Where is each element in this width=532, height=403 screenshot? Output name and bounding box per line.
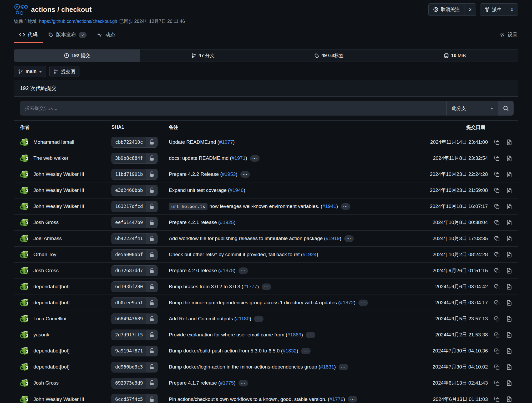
pr-link[interactable]: #1924: [303, 252, 317, 257]
commit-sha-badge[interactable]: 3b9b8c884f: [112, 153, 158, 164]
search-button[interactable]: [498, 101, 514, 116]
repo-link[interactable]: checkout: [61, 6, 92, 13]
avatar[interactable]: [20, 266, 30, 276]
branch-filter-dropdown[interactable]: 此分支: [446, 101, 498, 116]
copy-sha-button[interactable]: [494, 267, 500, 274]
avatar[interactable]: [20, 314, 30, 324]
commit-author-name[interactable]: dependabot[bot]: [33, 364, 69, 370]
commit-message[interactable]: Add workflow file for publishing release…: [169, 236, 326, 241]
unwatch-button[interactable]: 取消关注 2: [428, 3, 476, 16]
pr-link[interactable]: #1180: [236, 316, 250, 322]
pr-link[interactable]: #1872: [340, 300, 354, 306]
copy-sha-button[interactable]: [494, 155, 500, 162]
expand-commit-button[interactable]: ···: [262, 283, 271, 290]
stat-size[interactable]: 10 MiB: [392, 49, 518, 62]
stat-tags[interactable]: 49 Git标签: [266, 49, 392, 62]
commit-author-name[interactable]: John Wesley Walker III: [33, 187, 84, 193]
commit-message[interactable]: Prepare 4.2.0 release (: [169, 268, 220, 273]
commit-message[interactable]: docs: update README.md (: [169, 155, 232, 161]
commit-sha-badge[interactable]: 6d193bf280: [112, 281, 158, 292]
pr-link[interactable]: #1831: [320, 364, 334, 370]
pr-link[interactable]: #1941: [322, 203, 336, 209]
stat-commits[interactable]: 192 提交: [14, 49, 140, 62]
commit-author-name[interactable]: Josh Gross: [33, 268, 59, 273]
avatar[interactable]: [20, 169, 30, 179]
expand-commit-button[interactable]: ···: [348, 396, 357, 402]
expand-commit-button[interactable]: ···: [301, 348, 311, 354]
copy-sha-button[interactable]: [494, 364, 500, 370]
tab-code[interactable]: 代码: [14, 28, 43, 43]
view-file-at-commit-button[interactable]: [506, 364, 513, 370]
expand-commit-button[interactable]: ···: [250, 155, 260, 162]
watch-count[interactable]: 2: [464, 4, 476, 16]
commit-sha-badge[interactable]: 9a9194f871: [112, 346, 158, 356]
fork-button[interactable]: 派生 0: [480, 3, 518, 16]
copy-sha-button[interactable]: [494, 332, 500, 338]
commit-sha-badge[interactable]: 163217dfcd: [112, 201, 158, 212]
view-file-at-commit-button[interactable]: [506, 203, 513, 210]
commit-sha-badge[interactable]: 2d7d9f7ff5: [112, 330, 158, 340]
avatar[interactable]: [20, 217, 30, 227]
copy-sha-button[interactable]: [494, 187, 500, 194]
copy-sha-button[interactable]: [494, 171, 500, 178]
commit-author-name[interactable]: dependabot[bot]: [33, 300, 69, 306]
expand-commit-button[interactable]: ···: [341, 203, 350, 210]
commit-author-name[interactable]: Joel Ambass: [33, 236, 62, 241]
commit-sha-badge[interactable]: cbb722410c: [112, 137, 158, 148]
copy-sha-button[interactable]: [494, 300, 500, 306]
avatar[interactable]: [20, 362, 30, 372]
commit-author-name[interactable]: Luca Comellini: [33, 316, 66, 322]
commit-message[interactable]: Bump docker/login-action in the minor-ac…: [169, 364, 320, 370]
view-file-at-commit-button[interactable]: [506, 316, 513, 322]
owner-link[interactable]: actions: [31, 6, 55, 13]
avatar[interactable]: [20, 394, 30, 403]
commit-sha-badge[interactable]: 6b42224f41: [112, 233, 158, 244]
view-file-at-commit-button[interactable]: [506, 380, 513, 386]
commit-author-name[interactable]: dependabot[bot]: [33, 348, 69, 354]
avatar[interactable]: [20, 153, 30, 163]
pr-link[interactable]: #1832: [283, 348, 297, 354]
commit-sha-badge[interactable]: de5a000abf: [112, 249, 158, 260]
pr-link[interactable]: #1777: [243, 284, 257, 290]
commit-message[interactable]: Prepare 4.2.1 release (: [169, 220, 220, 225]
commit-sha-badge[interactable]: e3d2460bbb: [112, 185, 158, 196]
expand-commit-button[interactable]: ···: [344, 235, 354, 242]
copy-sha-button[interactable]: [494, 203, 500, 210]
expand-commit-button[interactable]: ···: [240, 171, 250, 178]
commit-message[interactable]: Prepare 4.2.2 Release (: [169, 171, 222, 177]
commit-author-name[interactable]: Orhan Toy: [33, 252, 56, 257]
commit-message[interactable]: Bump braces from 3.0.2 to 3.0.3 (: [169, 284, 243, 290]
expand-commit-button[interactable]: ···: [358, 300, 368, 306]
avatar[interactable]: [20, 298, 30, 308]
view-file-at-commit-button[interactable]: [506, 139, 513, 146]
commit-author-name[interactable]: Josh Gross: [33, 380, 59, 386]
avatar[interactable]: [20, 201, 30, 211]
commit-author-name[interactable]: dependabot[bot]: [33, 284, 69, 290]
commit-author-name[interactable]: John Wesley Walker III: [33, 171, 84, 177]
avatar[interactable]: [20, 282, 30, 292]
fork-count[interactable]: 0: [506, 4, 518, 16]
view-file-at-commit-button[interactable]: [506, 267, 513, 274]
view-file-at-commit-button[interactable]: [506, 219, 513, 226]
stat-branches[interactable]: 47 分支: [140, 49, 266, 62]
commit-author-name[interactable]: Mohammad Ismail: [33, 139, 74, 145]
pr-link[interactable]: #1977: [219, 139, 233, 145]
copy-sha-button[interactable]: [494, 219, 500, 226]
commit-message[interactable]: Bump docker/build-push-action from 5.3.0…: [169, 348, 283, 354]
avatar[interactable]: [20, 346, 30, 356]
avatar[interactable]: [20, 233, 30, 243]
commit-author-name[interactable]: yasonk: [33, 332, 49, 338]
pr-link[interactable]: #1776: [330, 396, 343, 402]
tab-releases[interactable]: 版本发布 2: [43, 28, 92, 43]
copy-sha-button[interactable]: [494, 235, 500, 242]
mirror-url-link[interactable]: https://github.com/actions/checkout.git: [39, 19, 117, 24]
commit-sha-badge[interactable]: 11bd71901b: [112, 169, 158, 180]
pr-link[interactable]: #1869: [287, 332, 301, 338]
expand-commit-button[interactable]: ···: [339, 364, 348, 370]
expand-commit-button[interactable]: ···: [306, 332, 315, 338]
copy-sha-button[interactable]: [494, 396, 500, 402]
view-file-at-commit-button[interactable]: [506, 235, 513, 242]
tab-settings[interactable]: 设置: [495, 28, 518, 43]
expand-commit-button[interactable]: ···: [254, 316, 264, 322]
pr-link[interactable]: #1919: [326, 236, 340, 241]
